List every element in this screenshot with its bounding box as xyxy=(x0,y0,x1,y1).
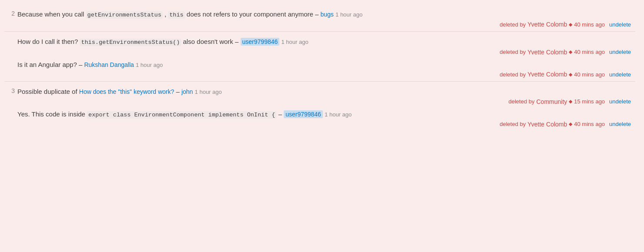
diamond-c3: ◆ xyxy=(569,72,572,77)
duplicate-link-c4[interactable]: How does the "this" keyword work? xyxy=(79,88,174,95)
deleted-by-label-c4: deleted by xyxy=(508,98,534,105)
deleted-ago-c2: 40 mins ago xyxy=(574,49,605,55)
line-number-empty xyxy=(4,37,17,37)
deleted-by-label-c3: deleted by xyxy=(500,71,526,78)
diamond-c2: ◆ xyxy=(569,49,572,55)
deleted-by-user-c4[interactable]: Community xyxy=(536,98,567,105)
code-this: this xyxy=(168,11,184,19)
comment-group-no-number: How do I call it then? this.getEnvironme… xyxy=(4,32,635,82)
comment-timestamp-c5: 1 hour ago xyxy=(325,111,352,118)
comment-text-c2: How do I call it then? this.getEnvironme… xyxy=(17,37,635,47)
deleted-ago-c5: 40 mins ago xyxy=(574,121,605,127)
comment-entry-c4: Possible duplicate of How does the "this… xyxy=(17,87,635,105)
undelete-link-c1[interactable]: undelete xyxy=(609,21,631,28)
deleted-by-user-c2[interactable]: Yvette Colomb xyxy=(527,49,567,56)
meta-line-c1: deleted by Yvette Colomb ◆ 40 mins ago u… xyxy=(17,21,635,28)
meta-line-c2: deleted by Yvette Colomb ◆ 40 mins ago u… xyxy=(17,49,635,56)
comment-timestamp-c4: 1 hour ago xyxy=(195,89,222,95)
deleted-ago-c4: 15 mins ago xyxy=(574,98,605,105)
code-export-class: export class EnvironmentComponent implem… xyxy=(87,111,276,119)
user-highlight-c5[interactable]: user9799846 xyxy=(284,110,323,118)
tag-bugs-link[interactable]: bugs xyxy=(321,11,334,18)
line-number-3: 3 xyxy=(4,87,17,94)
comment-text-c5: Yes. This code is inside export class En… xyxy=(17,109,635,119)
undelete-link-c3[interactable]: undelete xyxy=(609,71,631,78)
comment-content-no-number: How do I call it then? this.getEnvironme… xyxy=(17,37,635,78)
meta-line-c4: deleted by Community ◆ 15 mins ago undel… xyxy=(17,98,635,105)
deleted-by-user-c5[interactable]: Yvette Colomb xyxy=(527,121,567,128)
comment-group-3: 3 Possible duplicate of How does the "th… xyxy=(4,82,635,131)
deleted-ago-c3: 40 mins ago xyxy=(574,71,605,78)
code-this-getEnv: this.getEnvironmentsStatus() xyxy=(80,39,181,46)
comment-content-3: Possible duplicate of How does the "this… xyxy=(17,87,635,128)
undelete-link-c4[interactable]: undelete xyxy=(609,98,631,105)
comment-timestamp-c1: 1 hour ago xyxy=(335,11,362,18)
undelete-link-c2[interactable]: undelete xyxy=(609,49,631,55)
diamond-c1: ◆ xyxy=(569,22,572,27)
meta-line-c3: deleted by Yvette Colomb ◆ 40 mins ago u… xyxy=(17,71,635,78)
comment-entry-c1: Because when you call getEnvironmentsSta… xyxy=(17,10,635,28)
comment-timestamp-c3: 1 hour ago xyxy=(136,62,163,68)
comment-text-c3: Is it an Angular app? – Rukshan Dangalla… xyxy=(17,60,635,70)
deleted-by-user-c3[interactable]: Yvette Colomb xyxy=(527,71,567,78)
comment-entry-c3: Is it an Angular app? – Rukshan Dangalla… xyxy=(17,60,635,78)
meta-line-c5: deleted by Yvette Colomb ◆ 40 mins ago u… xyxy=(17,121,635,128)
deleted-ago-c1: 40 mins ago xyxy=(574,21,605,28)
comment-text-c4: Possible duplicate of How does the "this… xyxy=(17,87,635,97)
diamond-c4: ◆ xyxy=(569,99,572,104)
line-number-2: 2 xyxy=(4,10,17,17)
user-link-c4[interactable]: john xyxy=(181,88,193,95)
comment-content-2: Because when you call getEnvironmentsSta… xyxy=(17,10,635,28)
user-link-c3[interactable]: Rukshan Dangalla xyxy=(84,61,134,68)
deleted-by-label-c2: deleted by xyxy=(500,49,526,55)
comment-text-c1: Because when you call getEnvironmentsSta… xyxy=(17,10,635,20)
code-getEnvironmentsStatus: getEnvironmentsStatus xyxy=(86,11,163,19)
comment-entry-c2: How do I call it then? this.getEnvironme… xyxy=(17,37,635,55)
comment-timestamp-c2: 1 hour ago xyxy=(281,39,308,45)
deleted-by-user-c1[interactable]: Yvette Colomb xyxy=(527,21,567,28)
deleted-by-label-c1: deleted by xyxy=(500,21,526,28)
comment-entry-c5: Yes. This code is inside export class En… xyxy=(17,109,635,128)
diamond-c5: ◆ xyxy=(569,121,572,127)
user-highlight-c2[interactable]: user9799846 xyxy=(241,38,280,46)
comments-container: 2 Because when you call getEnvironmentsS… xyxy=(0,0,644,136)
deleted-by-label-c5: deleted by xyxy=(500,121,526,127)
undelete-link-c5[interactable]: undelete xyxy=(609,121,631,127)
comment-group-2: 2 Because when you call getEnvironmentsS… xyxy=(4,4,635,32)
